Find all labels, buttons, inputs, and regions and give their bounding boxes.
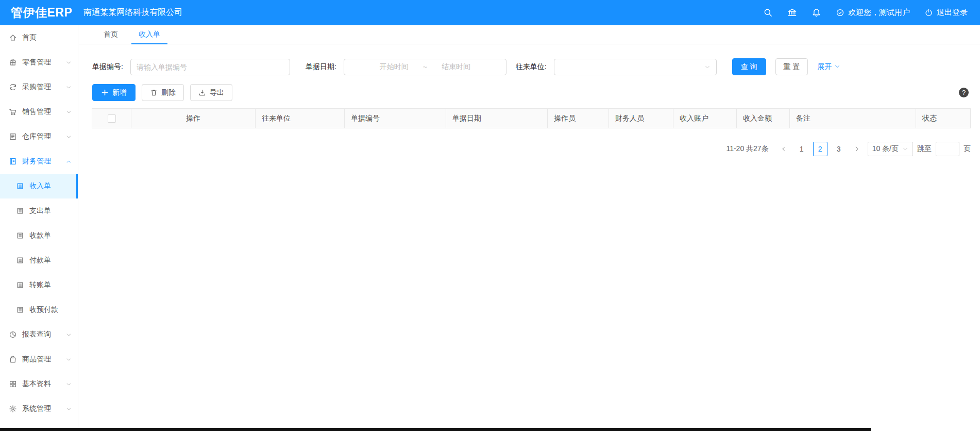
sidebar-item-label: 零售管理	[22, 58, 51, 67]
sidebar-item-home[interactable]: 首页	[0, 25, 78, 50]
sidebar-item-label: 收预付款	[29, 305, 58, 314]
finance-icon	[9, 157, 17, 165]
sidebar-item-goods[interactable]: 商品管理	[0, 347, 78, 372]
sidebar-item-system[interactable]: 系统管理	[0, 396, 78, 421]
col-header-label: 往来单位	[262, 114, 291, 123]
next-page-button[interactable]	[850, 142, 864, 156]
sidebar-item-prepaid-receipt[interactable]: 收预付款	[0, 297, 78, 322]
expand-link[interactable]: 展开	[817, 62, 840, 72]
prev-page-button[interactable]	[777, 142, 790, 156]
date-range-picker[interactable]: 开始时间 ~ 结束时间	[344, 59, 506, 75]
sidebar-item-basic[interactable]: 基本资料	[0, 372, 78, 396]
tab-bar: 首页收入单	[79, 25, 980, 44]
doc-icon	[16, 182, 24, 190]
reset-button[interactable]: 重 置	[775, 58, 808, 75]
sidebar-item-sales[interactable]: 销售管理	[0, 100, 78, 124]
sidebar-item-label: 财务管理	[22, 157, 51, 166]
delete-label: 删除	[161, 88, 176, 97]
col-header-ops: 操作	[131, 109, 256, 128]
chevron-down-icon	[66, 85, 72, 90]
col-header-bill_no: 单据编号	[345, 109, 446, 128]
tab-label: 收入单	[139, 30, 160, 39]
chevron-down-icon	[66, 109, 72, 115]
date-end-placeholder: 结束时间	[442, 62, 470, 72]
bottom-bar	[0, 428, 871, 431]
help-icon[interactable]: ?	[959, 88, 969, 97]
sidebar-item-report[interactable]: 报表查询	[0, 322, 78, 347]
search-icon[interactable]	[763, 8, 773, 18]
page-buttons: 123	[795, 142, 846, 156]
col-header-partner: 往来单位	[256, 109, 345, 128]
search-button[interactable]: 查 询	[732, 58, 766, 75]
retail-icon	[9, 58, 17, 67]
col-header-label: 单据日期	[452, 114, 481, 123]
sidebar-item-payment-bill[interactable]: 付款单	[0, 248, 78, 273]
col-header-status: 状态	[916, 109, 970, 128]
col-header-label: 收入金额	[743, 114, 772, 123]
page-button-2[interactable]: 2	[813, 142, 827, 156]
sidebar-item-finance[interactable]: 财务管理	[0, 149, 78, 174]
home-icon	[9, 34, 17, 42]
tab-income-bill[interactable]: 收入单	[128, 25, 171, 44]
sidebar-item-label: 支出单	[29, 206, 51, 216]
sidebar-item-label: 首页	[22, 33, 37, 42]
income-table: 操作往来单位单据编号单据日期操作员财务人员收入账户收入金额备注状态	[92, 108, 971, 128]
pagination-summary: 11-20 共27条	[726, 144, 768, 154]
logout-button[interactable]: 退出登录	[924, 8, 968, 18]
topbar-actions: 欢迎您，测试用户 退出登录	[763, 8, 980, 18]
sidebar: 首页零售管理采购管理销售管理仓库管理财务管理收入单支出单收款单付款单转账单收预付…	[0, 25, 78, 431]
page-size-value: 10 条/页	[872, 144, 899, 154]
export-button[interactable]: 导出	[190, 84, 232, 101]
sidebar-item-transfer-bill[interactable]: 转账单	[0, 273, 78, 297]
select-all-checkbox[interactable]	[108, 114, 116, 123]
tab-home[interactable]: 首页	[93, 25, 128, 44]
col-header-date: 单据日期	[446, 109, 548, 128]
page-size-select[interactable]: 10 条/页	[868, 142, 913, 156]
chevron-down-icon	[66, 60, 72, 65]
bill-date-label: 单据日期:	[306, 62, 336, 72]
user-menu[interactable]: 欢迎您，测试用户	[836, 8, 910, 18]
bill-no-input[interactable]	[130, 59, 290, 75]
bell-icon[interactable]	[812, 8, 821, 18]
jump-label: 跳至	[917, 144, 932, 154]
page-unit-label: 页	[964, 144, 971, 154]
app-logo: 管伊佳ERP	[0, 5, 83, 21]
col-header-operator: 操作员	[548, 109, 609, 128]
sidebar-item-retail[interactable]: 零售管理	[0, 50, 78, 75]
sidebar-item-receipt-bill[interactable]: 收款单	[0, 223, 78, 248]
page-button-3[interactable]: 3	[832, 142, 846, 156]
user-circle-icon	[836, 8, 844, 17]
welcome-text: 欢迎您，测试用户	[848, 8, 910, 18]
jump-page-input[interactable]	[936, 142, 959, 156]
expand-label: 展开	[817, 62, 832, 72]
sidebar-item-label: 采购管理	[22, 82, 51, 92]
sidebar-item-label: 商品管理	[22, 355, 51, 364]
col-header-finance_staff: 财务人员	[609, 109, 673, 128]
partner-select[interactable]	[554, 59, 717, 75]
doc-icon	[16, 306, 24, 314]
page-button-1[interactable]: 1	[795, 142, 809, 156]
topbar: 管伊佳ERP 南通某某网络科技有限公司 欢迎您，测试用户 退出登录	[0, 0, 980, 25]
col-header-label: 收入账户	[680, 114, 708, 123]
sidebar-item-warehouse[interactable]: 仓库管理	[0, 124, 78, 149]
chevron-down-icon	[66, 332, 72, 338]
add-button[interactable]: 新增	[92, 84, 136, 101]
sidebar-item-income-bill[interactable]: 收入单	[0, 174, 78, 198]
delete-button[interactable]: 删除	[142, 84, 184, 101]
chevron-down-icon	[66, 382, 72, 387]
sidebar-item-expense-bill[interactable]: 支出单	[0, 198, 78, 223]
chevron-up-icon	[66, 159, 72, 164]
sidebar-item-label: 收入单	[29, 181, 51, 191]
col-header-label: 状态	[922, 114, 937, 123]
pagination: 11-20 共27条 123 10 条/页 跳至 页	[79, 142, 980, 156]
report-icon	[9, 330, 17, 339]
sidebar-item-label: 基本资料	[22, 379, 51, 389]
doc-icon	[16, 256, 24, 264]
sidebar-item-label: 付款单	[29, 256, 51, 265]
header-row: 操作往来单位单据编号单据日期操作员财务人员收入账户收入金额备注状态	[92, 109, 970, 128]
col-header-label: 操作员	[554, 114, 576, 123]
date-start-placeholder: 开始时间	[380, 62, 409, 72]
sidebar-item-purchase[interactable]: 采购管理	[0, 75, 78, 100]
col-header-label: 单据编号	[351, 114, 380, 123]
bank-icon[interactable]	[787, 8, 797, 18]
